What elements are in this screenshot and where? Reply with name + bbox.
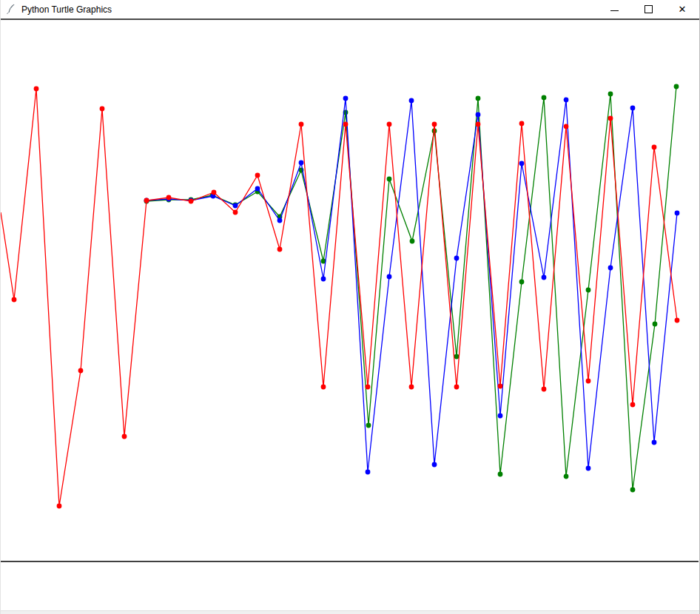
red-series-marker [57,504,62,509]
red-series-marker [519,121,525,126]
red-series-marker [498,384,503,389]
red-series-marker [233,210,238,215]
green-series-marker [498,472,503,477]
blue-series-marker [630,106,636,111]
drawing-canvas [1,0,700,614]
green-series-marker [387,177,392,182]
red-series-marker [366,385,371,390]
blue-series-marker [652,440,657,445]
red-series-marker [586,379,591,384]
title-bar[interactable]: Python Turtle Graphics ✕ [1,0,699,20]
green-series-marker [630,488,636,493]
blue-series-marker [299,161,304,166]
blue-series-marker [454,256,460,261]
blue-series-marker [387,274,392,280]
blue-series-marker [476,112,481,118]
red-series-marker [321,385,326,390]
green-series-marker [564,474,569,479]
red-series-marker [212,190,217,195]
green-series-marker [519,280,525,285]
blue-series-marker [519,161,525,166]
red-series-marker [409,385,414,390]
maximize-button[interactable] [631,0,665,18]
green-series-marker [653,322,658,327]
minimize-button[interactable] [597,0,631,18]
blue-series-marker [321,277,326,282]
blue-series-line [147,98,677,472]
red-series-marker [630,402,636,408]
red-series-marker [189,199,194,204]
red-series-marker [277,247,283,252]
blue-series-marker [542,275,547,280]
close-button[interactable]: ✕ [665,0,699,18]
red-series-marker [675,318,680,323]
blue-series-marker [564,98,569,103]
red-series-marker [432,122,437,127]
green-series-marker [454,354,460,360]
minimize-icon [610,10,619,11]
blue-series-marker [498,414,503,419]
blue-series-marker [277,218,283,223]
window-controls: ✕ [597,0,699,18]
red-series-marker [652,145,657,150]
turtle-graphics-window: Python Turtle Graphics ✕ [0,0,700,614]
red-series-marker [564,124,569,129]
red-series-marker [454,385,460,390]
blue-series-marker [233,203,238,209]
window-title: Python Turtle Graphics [21,4,112,15]
blue-series-marker [586,466,591,471]
turtle-canvas-svg [1,0,700,614]
green-series-line [147,87,676,490]
red-series-marker [166,195,172,200]
red-series-marker [34,87,39,92]
green-series-marker [542,95,547,101]
red-series-marker [476,122,481,127]
maximize-icon [645,5,653,13]
green-series-marker [366,423,371,428]
red-series-marker [122,434,127,439]
window-bottom-border [1,610,699,614]
green-series-marker [410,239,415,244]
red-series-marker [255,173,260,178]
green-series-marker [608,92,613,97]
red-series-marker [100,107,105,112]
red-series-marker [542,387,547,392]
blue-series-marker [675,211,680,216]
blue-series-marker [432,462,437,468]
green-series-marker [476,96,481,101]
red-series-marker [12,297,17,303]
blue-series-marker [343,96,349,101]
red-series-marker [343,122,349,127]
green-series-marker [674,84,679,90]
red-series-marker [78,368,84,374]
blue-series-marker [409,98,414,104]
blue-series-marker [366,470,371,475]
tk-feather-icon [5,4,16,15]
red-series-marker [608,116,613,121]
blue-series-marker [255,186,260,192]
red-series-marker [299,122,304,127]
red-series-marker [144,198,149,203]
green-series-marker [586,288,591,293]
red-series-marker [387,122,392,127]
close-icon: ✕ [679,4,687,14]
blue-series-marker [608,266,613,271]
